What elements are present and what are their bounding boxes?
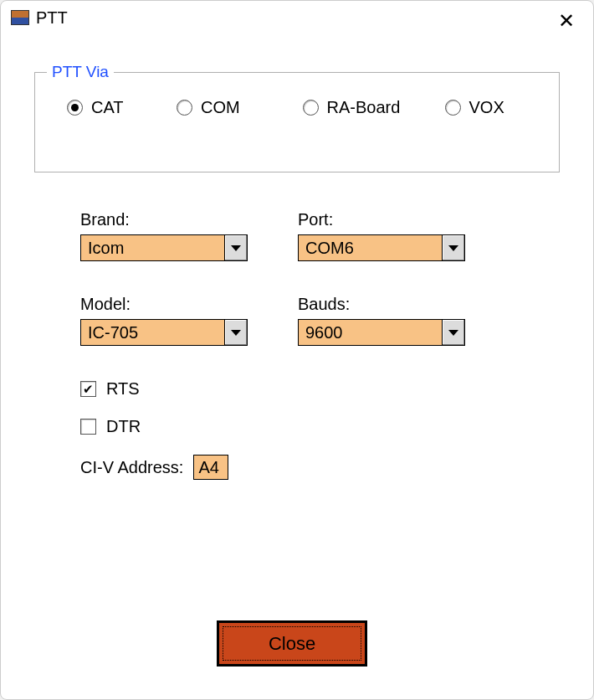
left-column-extras: ✔ RTS DTR CI-V Address:	[80, 379, 248, 480]
chevron-down-icon[interactable]	[442, 320, 464, 345]
civ-label: CI-V Address:	[80, 458, 183, 477]
bauds-label: Bauds:	[298, 295, 465, 314]
groupbox-legend: PTT Via	[47, 63, 114, 81]
civ-input[interactable]	[193, 455, 228, 480]
rts-label: RTS	[106, 379, 140, 399]
radio-icon	[303, 100, 319, 116]
port-label: Port:	[298, 210, 465, 229]
dtr-checkbox[interactable]: DTR	[80, 417, 248, 436]
chevron-down-icon[interactable]	[224, 235, 247, 260]
close-button[interactable]: Close	[217, 620, 367, 667]
radio-vox[interactable]: VOX	[445, 98, 543, 117]
titlebar: PTT ✕	[1, 1, 593, 34]
chevron-down-icon[interactable]	[224, 320, 247, 345]
content-area: PTT Via CAT COM RA-Board VOX	[1, 34, 593, 480]
civ-address-field: CI-V Address:	[80, 455, 248, 480]
form-grid: Brand: Icom Port: COM6 Model: IC-705	[80, 210, 560, 480]
radio-icon	[445, 100, 461, 116]
brand-value: Icom	[81, 235, 224, 260]
bauds-field: Bauds: 9600	[298, 295, 465, 346]
radio-label: RA-Board	[327, 98, 401, 117]
radio-cat[interactable]: CAT	[67, 98, 177, 117]
dtr-label: DTR	[106, 417, 141, 436]
radio-label: COM	[201, 98, 240, 117]
radio-label: VOX	[469, 98, 504, 117]
bauds-value: 9600	[299, 320, 442, 345]
brand-field: Brand: Icom	[80, 210, 248, 261]
radio-label: CAT	[91, 98, 124, 117]
ptt-via-groupbox: PTT Via CAT COM RA-Board VOX	[34, 72, 560, 172]
radio-raboard[interactable]: RA-Board	[303, 98, 445, 117]
app-icon	[11, 10, 29, 25]
radio-icon	[177, 100, 192, 116]
port-field: Port: COM6	[298, 210, 465, 261]
bauds-combobox[interactable]: 9600	[298, 319, 465, 346]
checkbox-icon: ✔	[80, 381, 96, 397]
ptt-via-radio-group: CAT COM RA-Board VOX	[52, 98, 542, 117]
model-field: Model: IC-705	[80, 295, 248, 346]
checkbox-icon	[80, 419, 96, 435]
close-icon[interactable]: ✕	[551, 6, 581, 36]
port-value: COM6	[299, 235, 442, 260]
model-value: IC-705	[81, 320, 224, 345]
brand-combobox[interactable]: Icom	[80, 234, 248, 261]
port-combobox[interactable]: COM6	[298, 234, 465, 261]
radio-icon	[67, 100, 83, 116]
ptt-dialog: PTT ✕ PTT Via CAT COM RA-Board	[0, 0, 594, 700]
model-label: Model:	[80, 295, 248, 314]
model-combobox[interactable]: IC-705	[80, 319, 248, 346]
radio-com[interactable]: COM	[177, 98, 303, 117]
chevron-down-icon[interactable]	[442, 235, 464, 260]
right-column-spacer	[298, 379, 465, 480]
rts-checkbox[interactable]: ✔ RTS	[80, 379, 248, 399]
window-title: PTT	[36, 8, 68, 28]
brand-label: Brand:	[80, 210, 248, 229]
